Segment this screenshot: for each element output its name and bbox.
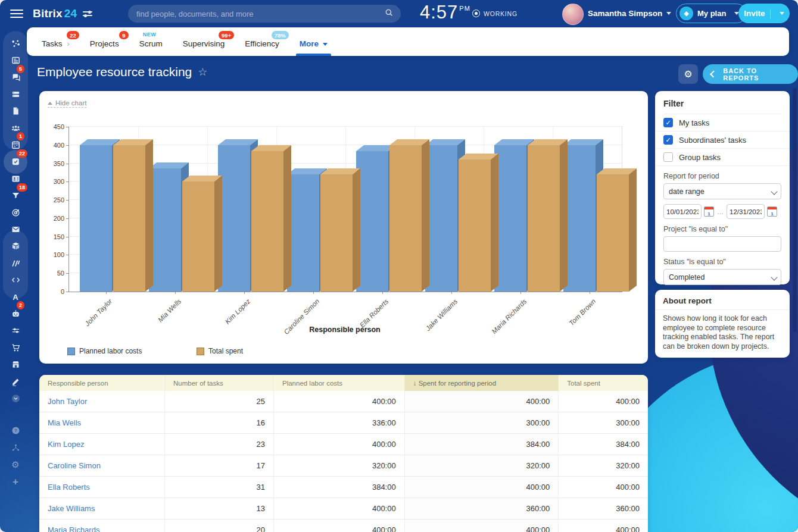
- checkbox-checked-icon[interactable]: ✓: [663, 118, 673, 127]
- about-title: About report: [655, 290, 790, 310]
- column-header-responsible-person[interactable]: Responsible person: [39, 375, 165, 391]
- table-row: Caroline Simon17320:00320:00320:00: [39, 455, 648, 477]
- person-link[interactable]: John Taylor: [48, 397, 87, 406]
- hamburger-menu-icon[interactable]: [10, 10, 23, 18]
- bar-planned-labor-costs[interactable]: [80, 145, 112, 292]
- user-menu[interactable]: Samantha Simpson: [588, 9, 671, 18]
- person-link[interactable]: Kim Lopez: [48, 440, 84, 449]
- search-icon[interactable]: [384, 8, 394, 20]
- user-avatar[interactable]: [562, 4, 584, 25]
- person-link[interactable]: Mia Wells: [48, 418, 81, 427]
- filter-checkbox-row-subordinates-tasks[interactable]: ✓Subordinates' tasks: [655, 132, 790, 149]
- logo-slider-icon[interactable]: [83, 10, 92, 18]
- calendar-icon[interactable]: [767, 206, 777, 217]
- sidebar-item-product-box[interactable]: [5, 239, 26, 254]
- value-cell: 17: [165, 455, 274, 477]
- gear-icon: ⚙: [684, 68, 692, 80]
- tab-projects[interactable]: Projects9: [90, 27, 119, 56]
- bar-planned-labor-costs[interactable]: [425, 145, 457, 292]
- bar-planned-labor-costs[interactable]: [218, 145, 250, 292]
- bar-total-spent[interactable]: [320, 174, 353, 292]
- global-search[interactable]: [128, 5, 401, 23]
- person-link[interactable]: Maria Richards: [48, 525, 99, 532]
- search-input[interactable]: [135, 9, 384, 19]
- project-input[interactable]: [663, 236, 781, 252]
- column-header-total-spent[interactable]: Total spent: [559, 375, 648, 391]
- column-header-spent-for-reporting-period[interactable]: ↓ Spent for reporting period: [404, 375, 559, 391]
- sidebar-item-docs[interactable]: [5, 104, 26, 119]
- tab-label: Scrum: [139, 39, 163, 48]
- report-settings-button[interactable]: ⚙: [678, 64, 698, 84]
- bar-total-spent[interactable]: [389, 145, 422, 292]
- column-header-number-of-tasks[interactable]: Number of tasks: [165, 375, 274, 391]
- checkbox-unchecked-icon[interactable]: [663, 152, 673, 162]
- sidebar-item-sign[interactable]: [5, 374, 26, 389]
- sidebar-item-sliders[interactable]: [5, 323, 26, 339]
- calendar-icon[interactable]: [704, 206, 714, 217]
- sidebar-item-share-network[interactable]: [5, 440, 26, 455]
- tab-efficiency[interactable]: Efficiency78%: [245, 27, 279, 56]
- sidebar-item-tasks[interactable]: 22: [5, 154, 26, 170]
- checkbox-checked-icon[interactable]: ✓: [663, 135, 673, 145]
- tab-more[interactable]: More: [300, 27, 328, 56]
- tab-supervising[interactable]: Supervising99+: [183, 27, 225, 56]
- sidebar-item-collapse-chevron[interactable]: [5, 390, 26, 406]
- page-title: Employee resource tracking☆: [37, 65, 207, 79]
- invite-button[interactable]: Invite: [738, 4, 790, 23]
- bar-total-spent[interactable]: [597, 174, 629, 292]
- sidebar-item-crm-funnel[interactable]: 18: [5, 188, 26, 204]
- sidebar-badge: 1: [17, 132, 24, 140]
- plus-icon: +: [13, 477, 18, 487]
- work-clock[interactable]: 4:57PM: [420, 2, 470, 23]
- status-select[interactable]: Completed: [663, 269, 781, 285]
- legend-item: Total spent: [197, 347, 243, 355]
- tab-tasks[interactable]: Tasks22›: [42, 27, 70, 56]
- chevron-right-icon[interactable]: ›: [67, 39, 70, 48]
- date-to-input[interactable]: [727, 204, 765, 219]
- sidebar-item-code[interactable]: [5, 273, 26, 288]
- favorite-star-icon[interactable]: ☆: [198, 65, 207, 79]
- back-to-reports-button[interactable]: BACK TO REPORTS: [703, 64, 798, 84]
- my-plan-button[interactable]: ◆ My plan: [676, 4, 747, 23]
- bar-total-spent[interactable]: [528, 145, 560, 292]
- filter-checkbox-row-my-tasks[interactable]: ✓My tasks: [655, 114, 790, 132]
- y-tick-label: 150: [42, 233, 64, 240]
- bar-total-spent[interactable]: [251, 151, 283, 292]
- bar-planned-labor-costs[interactable]: [356, 151, 388, 292]
- sidebar-item-mail[interactable]: [5, 221, 26, 237]
- sidebar-item-target[interactable]: [5, 205, 26, 220]
- bar-planned-labor-costs[interactable]: [149, 168, 181, 292]
- sidebar-item-cart[interactable]: [5, 340, 26, 355]
- bar-total-spent[interactable]: [113, 145, 145, 292]
- column-header-planned-labor-costs[interactable]: Planned labor costs: [273, 375, 404, 391]
- main-nav: Tasks22›Projects9ScrumNEWSupervising99+E…: [27, 27, 789, 56]
- sidebar-item-ai-bot[interactable]: 2: [5, 306, 26, 321]
- working-status[interactable]: WORKING: [472, 10, 518, 17]
- bar-planned-labor-costs[interactable]: [287, 174, 319, 292]
- sidebar-item-video-drive[interactable]: [5, 86, 26, 102]
- sidebar-item-store[interactable]: [5, 357, 26, 373]
- bar-planned-labor-costs[interactable]: [494, 145, 526, 292]
- sidebar-item-bitrix-pulse[interactable]: [5, 36, 26, 51]
- bar-total-spent[interactable]: [182, 181, 214, 292]
- filter-checkbox-row-group-tasks[interactable]: Group tasks: [655, 149, 790, 166]
- tab-scrum[interactable]: ScrumNEW: [139, 27, 163, 56]
- tab-badge: NEW: [143, 30, 157, 39]
- sidebar-item-plus[interactable]: +: [5, 474, 26, 489]
- date-from-input[interactable]: [663, 204, 702, 219]
- value-cell: 400:00: [559, 520, 648, 532]
- scrollbar-thumb[interactable]: [793, 88, 797, 332]
- share-network-icon: [11, 443, 21, 453]
- sidebar-item-settings-gear[interactable]: ⚙: [5, 457, 26, 472]
- person-link[interactable]: Jake Williams: [48, 504, 95, 513]
- period-select[interactable]: date range: [663, 183, 781, 199]
- person-link[interactable]: Ella Roberts: [48, 483, 90, 492]
- person-link[interactable]: Caroline Simon: [48, 461, 101, 470]
- bar-total-spent[interactable]: [459, 159, 491, 292]
- y-tick-label: 350: [42, 160, 64, 167]
- bar-planned-labor-costs[interactable]: [563, 145, 596, 292]
- hide-chart-link[interactable]: Hide chart: [48, 99, 86, 108]
- sidebar-item-chat[interactable]: 5: [5, 70, 26, 85]
- sidebar-item-marketing[interactable]: [5, 255, 26, 271]
- sidebar-item-help[interactable]: ?: [5, 423, 26, 439]
